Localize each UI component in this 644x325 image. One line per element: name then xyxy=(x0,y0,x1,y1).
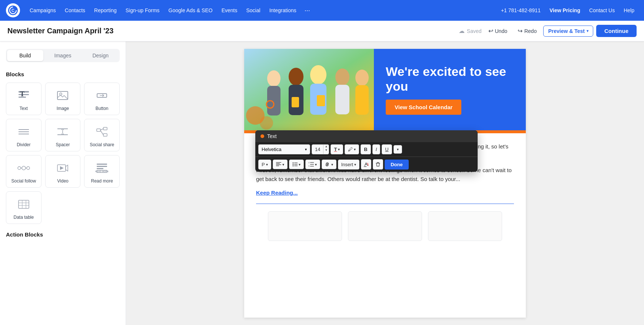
hero-cta-button[interactable]: View School Calendar xyxy=(386,100,461,115)
svg-point-57 xyxy=(292,162,293,164)
block-data-table[interactable]: Data table xyxy=(6,191,42,224)
spacer-icon xyxy=(55,124,70,139)
saved-indicator: ☁ Saved xyxy=(459,27,482,34)
svg-rect-29 xyxy=(97,168,103,169)
bottom-cards xyxy=(256,211,514,250)
blocks-section-title: Blocks xyxy=(6,71,120,77)
block-image[interactable]: Image xyxy=(45,83,81,115)
block-read-more[interactable]: READ MORE Read more xyxy=(84,155,120,188)
svg-rect-15 xyxy=(97,129,100,131)
svg-point-22 xyxy=(27,167,30,170)
undo-icon: ↩ xyxy=(488,27,493,34)
svg-rect-17 xyxy=(103,134,107,136)
divider-icon xyxy=(16,124,31,139)
logo[interactable]: C xyxy=(6,3,20,17)
nav-social[interactable]: Social xyxy=(242,5,264,16)
nav-help[interactable]: Help xyxy=(620,5,638,16)
block-text-label: Text xyxy=(20,106,28,111)
nav-google-ads[interactable]: Google Ads & SEO xyxy=(165,5,216,16)
nav-phone: +1 781-482-8911 xyxy=(497,5,544,16)
font-family-select[interactable]: Helvetica ▾ xyxy=(258,144,310,154)
block-text[interactable]: T Text xyxy=(6,83,42,115)
delete-icon xyxy=(375,162,381,167)
block-spacer-label: Spacer xyxy=(56,142,70,147)
block-divider[interactable]: Divider xyxy=(6,119,42,151)
align-select[interactable]: ▾ xyxy=(273,160,288,169)
bottom-card-2 xyxy=(348,211,422,241)
block-button[interactable]: Button xyxy=(84,83,120,115)
font-size-down[interactable]: ▼ xyxy=(323,148,329,152)
nav-more-button[interactable]: ··· xyxy=(302,4,313,17)
toolbar-title: Text xyxy=(267,133,277,139)
list-icon xyxy=(292,162,298,167)
done-button[interactable]: Done xyxy=(385,160,409,170)
top-navigation: C Campaigns Contacts Reporting Sign-up F… xyxy=(0,0,644,21)
toolbar-row-2: P ▾ ▾ ▾ ▾ xyxy=(255,157,478,172)
bottom-card-3 xyxy=(428,211,502,241)
hero-image xyxy=(244,49,374,130)
bold-button[interactable]: B xyxy=(361,144,371,154)
hero-text-area: We're excited to see you View School Cal… xyxy=(374,49,526,130)
redo-icon: ↪ xyxy=(518,27,522,34)
block-spacer[interactable]: Spacer xyxy=(45,119,81,151)
block-divider-label: Divider xyxy=(17,142,30,147)
block-social-share[interactable]: Social share xyxy=(84,119,120,151)
preview-test-button[interactable]: Preview & Test ▾ xyxy=(543,26,593,37)
nav-events[interactable]: Events xyxy=(218,5,241,16)
svg-point-46 xyxy=(335,68,349,86)
data-table-icon xyxy=(16,197,31,212)
paragraph-chevron: ▾ xyxy=(266,162,268,167)
video-icon xyxy=(55,161,70,175)
clear-format-button[interactable] xyxy=(361,159,371,170)
section-divider xyxy=(256,204,514,204)
tab-images[interactable]: Images xyxy=(45,50,81,61)
text-color-button[interactable]: T ▾ xyxy=(331,144,343,154)
highlight-button[interactable]: 🖊 ▾ xyxy=(345,144,359,154)
content-area: We're excited to see you View School Cal… xyxy=(126,41,644,325)
svg-line-19 xyxy=(100,131,103,135)
underline-button[interactable]: U xyxy=(382,144,392,154)
italic-button[interactable]: I xyxy=(372,144,381,154)
tab-design[interactable]: Design xyxy=(82,50,119,61)
list-select[interactable]: ▾ xyxy=(289,160,304,169)
svg-point-44 xyxy=(310,65,326,84)
nav-integrations[interactable]: Integrations xyxy=(266,5,300,16)
link-button[interactable]: ▾ xyxy=(322,160,336,169)
redo-button[interactable]: ↪ Redo xyxy=(514,25,540,37)
nav-view-pricing[interactable]: View Pricing xyxy=(546,5,584,16)
undo-label: Undo xyxy=(495,28,507,34)
undo-button[interactable]: ↩ Undo xyxy=(485,25,511,37)
nav-reporting[interactable]: Reporting xyxy=(90,5,120,16)
nav-contacts[interactable]: Contacts xyxy=(61,5,89,16)
toolbar-row-1: Helvetica ▾ 14 ▲ ▼ T ▾ xyxy=(255,142,478,157)
left-sidebar: Build Images Design Blocks T Text Image xyxy=(0,41,126,325)
insert-button[interactable]: Insert ▾ xyxy=(338,160,360,170)
font-size-up[interactable]: ▲ xyxy=(323,145,329,148)
nav-campaigns[interactable]: Campaigns xyxy=(26,5,60,16)
keep-reading-link[interactable]: Keep Reading... xyxy=(256,190,298,196)
line-spacing-select[interactable]: ▾ xyxy=(305,160,320,169)
campaign-title: Newsletter Campaign April '23 xyxy=(7,27,459,35)
font-size-stepper[interactable]: ▲ ▼ xyxy=(323,145,329,154)
paragraph-select[interactable]: P ▾ xyxy=(258,160,271,170)
nav-contact-us[interactable]: Contact Us xyxy=(585,5,618,16)
list-chevron: ▾ xyxy=(299,162,301,167)
text-format-more[interactable]: ▾ xyxy=(394,145,402,154)
font-size-value[interactable]: 14 xyxy=(312,145,323,154)
nav-signup-forms[interactable]: Sign-up Forms xyxy=(122,5,163,16)
block-social-follow[interactable]: Social follow xyxy=(6,155,42,188)
continue-button[interactable]: Continue xyxy=(596,25,637,37)
svg-point-21 xyxy=(18,167,21,170)
svg-point-48 xyxy=(355,70,369,86)
cloud-icon: ☁ xyxy=(459,27,465,34)
font-size-control: 14 ▲ ▼ xyxy=(312,144,329,154)
svg-point-7 xyxy=(60,93,62,95)
tab-build[interactable]: Build xyxy=(7,50,43,61)
block-video[interactable]: Video xyxy=(45,155,81,188)
delete-button[interactable] xyxy=(373,159,383,170)
secondary-navigation: Newsletter Campaign April '23 ☁ Saved ↩ … xyxy=(0,21,644,41)
text-toolbar-popup: Text Helvetica ▾ 14 ▲ ▼ xyxy=(255,130,478,172)
spacing-chevron: ▾ xyxy=(315,162,317,167)
insert-chevron: ▾ xyxy=(354,162,356,167)
svg-point-40 xyxy=(267,70,280,87)
